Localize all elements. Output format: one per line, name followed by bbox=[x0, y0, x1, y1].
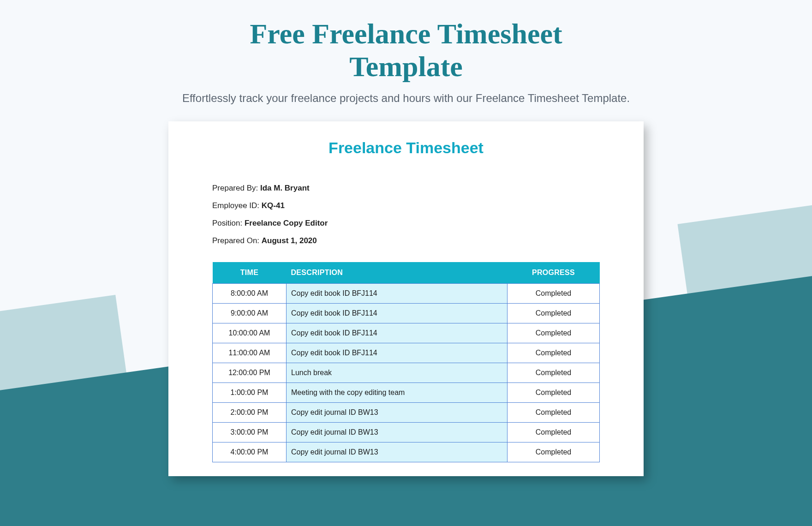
cell-description: Meeting with the copy editing team bbox=[287, 383, 508, 402]
sheet-title: Freelance Timesheet bbox=[168, 139, 644, 157]
label: Prepared By: bbox=[212, 184, 260, 192]
cell-time: 11:00:00 AM bbox=[213, 343, 287, 363]
col-description: DESCRIPTION bbox=[287, 262, 508, 284]
label: Employee ID: bbox=[212, 201, 262, 210]
meta-employee-id: Employee ID: KQ-41 bbox=[212, 201, 600, 210]
cell-description: Copy edit journal ID BW13 bbox=[287, 422, 508, 442]
cell-progress: Completed bbox=[508, 442, 600, 462]
cell-progress: Completed bbox=[508, 402, 600, 422]
value: Ida M. Bryant bbox=[260, 184, 310, 192]
table-row: 11:00:00 AMCopy edit book ID BFJ114Compl… bbox=[213, 343, 600, 363]
table-header-row: TIME DESCRIPTION PROGRESS bbox=[213, 262, 600, 284]
cell-time: 10:00:00 AM bbox=[213, 323, 287, 343]
value: Freelance Copy Editor bbox=[245, 219, 328, 227]
cell-description: Copy edit book ID BFJ114 bbox=[287, 303, 508, 323]
label: Prepared On: bbox=[212, 236, 262, 245]
meta-block: Prepared By: Ida M. Bryant Employee ID: … bbox=[168, 184, 644, 245]
value: KQ-41 bbox=[262, 201, 285, 210]
cell-progress: Completed bbox=[508, 323, 600, 343]
cell-time: 4:00:00 PM bbox=[213, 442, 287, 462]
cell-description: Copy edit book ID BFJ114 bbox=[287, 323, 508, 343]
cell-time: 3:00:00 PM bbox=[213, 422, 287, 442]
cell-description: Lunch break bbox=[287, 363, 508, 383]
timesheet-table: TIME DESCRIPTION PROGRESS 8:00:00 AMCopy… bbox=[212, 262, 600, 462]
cell-progress: Completed bbox=[508, 283, 600, 303]
col-progress: PROGRESS bbox=[508, 262, 600, 284]
meta-position: Position: Freelance Copy Editor bbox=[212, 219, 600, 228]
cell-progress: Completed bbox=[508, 383, 600, 402]
page-title: Free Freelance Timesheet Template bbox=[198, 18, 614, 84]
table-row: 3:00:00 PMCopy edit journal ID BW13Compl… bbox=[213, 422, 600, 442]
cell-description: Copy edit book ID BFJ114 bbox=[287, 283, 508, 303]
meta-prepared-on: Prepared On: August 1, 2020 bbox=[212, 236, 600, 245]
cell-time: 9:00:00 AM bbox=[213, 303, 287, 323]
cell-progress: Completed bbox=[508, 422, 600, 442]
label: Position: bbox=[212, 219, 245, 227]
cell-description: Copy edit journal ID BW13 bbox=[287, 442, 508, 462]
meta-prepared-by: Prepared By: Ida M. Bryant bbox=[212, 184, 600, 193]
cell-progress: Completed bbox=[508, 303, 600, 323]
cell-description: Copy edit book ID BFJ114 bbox=[287, 343, 508, 363]
col-time: TIME bbox=[213, 262, 287, 284]
table-row: 12:00:00 PMLunch breakCompleted bbox=[213, 363, 600, 383]
page-subtitle: Effortlessly track your freelance projec… bbox=[0, 92, 812, 105]
value: August 1, 2020 bbox=[262, 236, 317, 245]
table-row: 10:00:00 AMCopy edit book ID BFJ114Compl… bbox=[213, 323, 600, 343]
table-row: 4:00:00 PMCopy edit journal ID BW13Compl… bbox=[213, 442, 600, 462]
cell-description: Copy edit journal ID BW13 bbox=[287, 402, 508, 422]
table-row: 1:00:00 PMMeeting with the copy editing … bbox=[213, 383, 600, 402]
cell-progress: Completed bbox=[508, 363, 600, 383]
cell-time: 2:00:00 PM bbox=[213, 402, 287, 422]
cell-time: 12:00:00 PM bbox=[213, 363, 287, 383]
table-row: 8:00:00 AMCopy edit book ID BFJ114Comple… bbox=[213, 283, 600, 303]
table-row: 2:00:00 PMCopy edit journal ID BW13Compl… bbox=[213, 402, 600, 422]
timesheet-document: Freelance Timesheet Prepared By: Ida M. … bbox=[168, 121, 644, 476]
cell-time: 8:00:00 AM bbox=[213, 283, 287, 303]
cell-progress: Completed bbox=[508, 343, 600, 363]
table-row: 9:00:00 AMCopy edit book ID BFJ114Comple… bbox=[213, 303, 600, 323]
cell-time: 1:00:00 PM bbox=[213, 383, 287, 402]
